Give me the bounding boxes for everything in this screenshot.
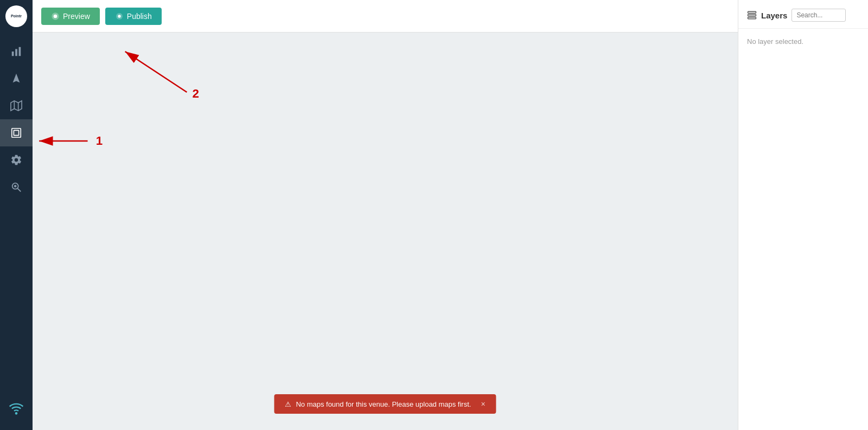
publish-label: Publish bbox=[127, 12, 152, 21]
svg-rect-7 bbox=[12, 129, 21, 138]
analytics-icon bbox=[10, 46, 22, 57]
svg-rect-22 bbox=[748, 15, 756, 16]
svg-point-12 bbox=[16, 413, 17, 414]
svg-point-14 bbox=[54, 14, 58, 18]
settings-icon bbox=[10, 154, 22, 166]
publish-icon bbox=[115, 12, 124, 21]
svg-rect-21 bbox=[748, 11, 756, 13]
annotation-2: 2 bbox=[193, 87, 199, 100]
preview-icon bbox=[51, 12, 60, 21]
annotation-1: 1 bbox=[96, 134, 103, 147]
panel-body: No layer selected. bbox=[738, 29, 868, 54]
sidebar-item-search[interactable] bbox=[0, 174, 33, 201]
svg-line-10 bbox=[17, 188, 21, 191]
topbar: Preview Publish bbox=[33, 0, 738, 33]
maps-icon bbox=[10, 100, 22, 112]
publish-button[interactable]: Publish bbox=[105, 8, 162, 25]
annotation-overlay: 1 2 bbox=[33, 33, 738, 430]
app-logo: Pointr bbox=[5, 5, 27, 27]
sidebar: Pointr bbox=[0, 0, 33, 430]
sidebar-item-settings[interactable] bbox=[0, 146, 33, 174]
no-layer-message: No layer selected. bbox=[747, 37, 803, 46]
svg-point-11 bbox=[14, 185, 17, 188]
sidebar-nav bbox=[0, 38, 33, 201]
preview-button[interactable]: Preview bbox=[41, 8, 100, 25]
sidebar-item-maps[interactable] bbox=[0, 92, 33, 119]
sidebar-item-navigation[interactable] bbox=[0, 65, 33, 92]
svg-marker-4 bbox=[11, 101, 22, 111]
sidebar-item-analytics[interactable] bbox=[0, 38, 33, 65]
wifi-icon bbox=[9, 401, 24, 419]
svg-line-20 bbox=[125, 52, 187, 92]
alert-message: No maps found for this venue. Please upl… bbox=[296, 400, 471, 408]
panel-title: Layers bbox=[761, 11, 787, 20]
svg-rect-1 bbox=[15, 49, 17, 56]
layers-icon bbox=[747, 10, 757, 20]
svg-marker-3 bbox=[13, 74, 20, 83]
svg-rect-23 bbox=[748, 17, 756, 19]
svg-rect-0 bbox=[12, 52, 14, 56]
canvas-area: 1 2 ⚠ No maps found for this venue. Plea… bbox=[33, 33, 738, 430]
navigation-icon bbox=[10, 73, 22, 85]
layers-search-input[interactable] bbox=[792, 9, 846, 22]
alert-icon: ⚠ bbox=[285, 400, 291, 408]
alert-bar: ⚠ No maps found for this venue. Please u… bbox=[274, 394, 496, 414]
editor-icon bbox=[10, 127, 22, 139]
alert-close-button[interactable]: × bbox=[481, 400, 485, 408]
search-icon bbox=[10, 181, 22, 193]
svg-point-16 bbox=[118, 15, 120, 17]
sidebar-item-editor[interactable] bbox=[0, 119, 33, 146]
panel-header: Layers bbox=[738, 0, 868, 29]
main-content: Preview Publish 1 bbox=[33, 0, 738, 430]
preview-label: Preview bbox=[63, 12, 90, 21]
sidebar-bottom bbox=[9, 401, 24, 419]
svg-rect-2 bbox=[19, 47, 21, 56]
logo-container: Pointr bbox=[0, 0, 33, 33]
svg-rect-8 bbox=[14, 130, 18, 135]
right-panel: Layers No layer selected. bbox=[738, 0, 868, 430]
